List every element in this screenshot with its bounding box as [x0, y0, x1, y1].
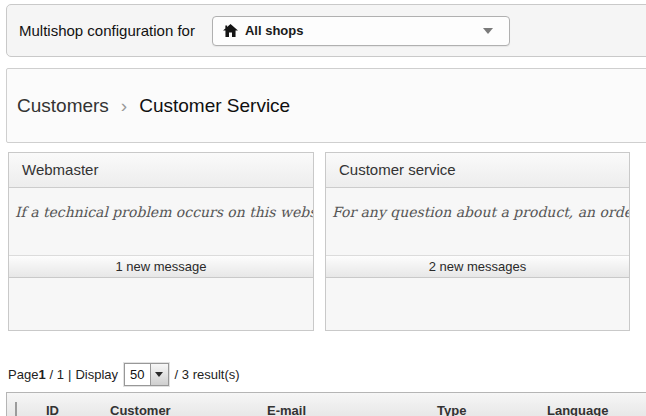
- customer-service-panel: Customer service For any question about …: [325, 152, 630, 331]
- webmaster-panel: Webmaster If a technical problem occurs …: [8, 152, 314, 331]
- customer-service-panel-quote: For any question about a product, an ord…: [326, 188, 629, 255]
- page-size-select[interactable]: 50: [124, 363, 168, 386]
- webmaster-new-messages-link[interactable]: 1 new message: [9, 255, 313, 278]
- chevron-down-icon: [483, 28, 493, 34]
- chevron-down-icon: [155, 372, 163, 377]
- customer-service-panel-title: Customer service: [326, 153, 629, 188]
- pagination-results-count: / 3 result(s): [175, 367, 240, 382]
- shop-selector[interactable]: All shops: [212, 16, 510, 46]
- breadcrumb-parent-link[interactable]: Customers: [17, 95, 109, 117]
- pagination-divider: |: [68, 367, 71, 382]
- multishop-label: Multishop configuration for: [19, 22, 195, 39]
- select-all-checkbox[interactable]: [15, 402, 17, 416]
- column-header-type: Type: [437, 393, 547, 416]
- home-icon: [223, 24, 238, 38]
- message-table-header: ID Customer E-mail Type Language: [6, 392, 646, 416]
- column-header-id: ID: [46, 393, 110, 416]
- page-size-value: 50: [125, 364, 149, 385]
- webmaster-panel-quote: If a technical problem occurs on this we…: [9, 188, 313, 255]
- pagination-display-label: Display: [75, 367, 118, 382]
- column-header-email: E-mail: [267, 393, 437, 416]
- breadcrumb-separator-icon: ›: [121, 95, 127, 117]
- pagination-page-word: Page: [8, 367, 38, 382]
- multishop-bar: Multishop configuration for All shops: [6, 4, 646, 57]
- table-header-checkbox-cell: [7, 393, 46, 416]
- pagination-current-page: 1: [38, 367, 45, 382]
- page-size-select-button[interactable]: [150, 364, 168, 385]
- shop-selector-value: All shops: [245, 23, 304, 38]
- page-title: Customer Service: [139, 95, 290, 117]
- pagination-total-pages: / 1: [50, 367, 64, 382]
- customer-service-new-messages-link[interactable]: 2 new messages: [326, 255, 629, 278]
- column-header-customer: Customer: [110, 393, 267, 416]
- pagination-bar: Page1 / 1 | Display 50 / 3 result(s): [8, 361, 240, 387]
- column-header-language: Language: [547, 393, 646, 416]
- breadcrumb: Customers › Customer Service: [6, 68, 646, 143]
- webmaster-panel-title: Webmaster: [9, 153, 313, 188]
